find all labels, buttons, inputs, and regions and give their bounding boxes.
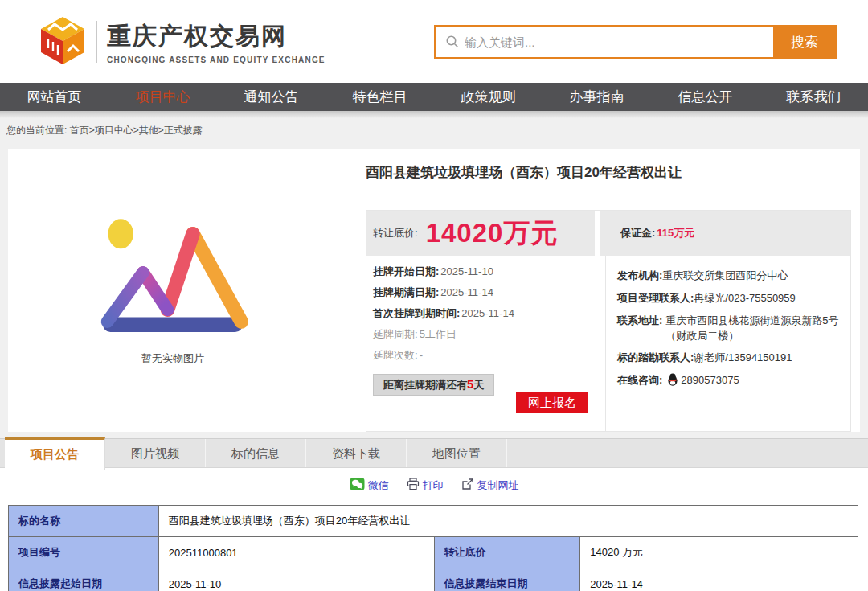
tab-downloads[interactable]: 资料下载 — [306, 439, 407, 467]
table-header-disclosure-start: 信息披露起始日期 — [9, 568, 159, 591]
field-extension-times: 延牌次数:- — [373, 348, 605, 363]
table-header-subject-name: 标的名称 — [9, 506, 159, 537]
share-row: 微信 打印 — [0, 477, 868, 494]
qq-icon[interactable] — [667, 373, 678, 391]
nav-item-guide[interactable]: 办事指南 — [542, 83, 651, 111]
logo-divider — [96, 21, 97, 63]
table-header-base-price: 转让底价 — [434, 537, 580, 568]
nav-item-disclosure[interactable]: 信息公开 — [651, 83, 760, 111]
site-subtitle: CHONGQING ASSETS AND EQUITY EXCHANGE — [107, 55, 326, 64]
nav-item-home[interactable]: 网站首页 — [0, 83, 108, 111]
online-apply-button[interactable]: 网上报名 — [516, 392, 588, 413]
qq-number[interactable]: 2890573075 — [681, 374, 739, 386]
printer-icon — [407, 478, 420, 493]
search-button[interactable]: 搜索 — [773, 27, 836, 57]
page: 重庆产权交易网 CHONGQING ASSETS AND EQUITY EXCH… — [0, 0, 868, 591]
field-listing-start: 挂牌开始日期:2025-11-10 — [373, 265, 605, 279]
breadcrumb[interactable]: 您的当前位置: 首页>项目中心>其他>正式披露 — [0, 118, 868, 137]
field-extension-cycle: 延牌周期:5工作日 — [373, 327, 605, 342]
project-title: 酉阳县建筑垃圾填埋场（酉东）项目20年经营权出让 — [366, 163, 682, 182]
content-area: 您的当前位置: 首页>项目中心>其他>正式披露 — [0, 118, 868, 591]
price-label: 转让底价: — [373, 226, 418, 240]
main-nav: 网站首页 项目中心 通知公告 特色栏目 政策规则 办事指南 信息公开 联系我们 — [0, 83, 868, 111]
mountain-placeholder-icon — [68, 330, 277, 344]
table-value-disclosure-start: 2025-11-10 — [158, 568, 434, 591]
placeholder-image: 暂无实物图片 — [56, 211, 289, 366]
search-box: 搜索 — [434, 25, 837, 59]
countdown-badge: 距离挂牌期满还有5天 — [373, 374, 494, 396]
field-listing-end: 挂牌期满日期:2025-11-14 — [373, 285, 605, 300]
deposit-label: 保证金: — [620, 226, 655, 240]
table-header-disclosure-end: 信息披露结束日期 — [434, 568, 580, 591]
nav-item-featured[interactable]: 特色栏目 — [326, 83, 434, 111]
table-value-disclosure-end: 2025-11-14 — [580, 568, 858, 591]
placeholder-caption: 暂无实物图片 — [56, 351, 289, 366]
share-copy-url[interactable]: 复制网址 — [461, 478, 519, 493]
contact-info-column: 发布机构:重庆联交所集团酉阳分中心 项目受理联系人:冉绿光/023-755509… — [605, 256, 850, 431]
nav-item-contact[interactable]: 联系我们 — [760, 83, 868, 111]
logo: 重庆产权交易网 CHONGQING ASSETS AND EQUITY EXCH… — [37, 14, 326, 69]
table-value-base-price: 14020 万元 — [580, 537, 858, 568]
search-input[interactable] — [465, 35, 773, 49]
contact-address: 联系地址:重庆市酉阳县桃花源街道源泉新路5号（财政局二楼） — [617, 314, 839, 344]
project-detail-box: 转让底价: 14020万元 保证金: 115万元 挂牌开始日期:2025-11-… — [366, 210, 851, 432]
table-row: 项目编号 202511000801 转让底价 14020 万元 — [9, 537, 858, 568]
deposit-value: 115万元 — [657, 226, 694, 240]
tab-project-announcement[interactable]: 项目公告 — [5, 437, 105, 470]
logo-mark-icon — [37, 14, 88, 69]
project-summary-panel: 暂无实物图片 酉阳县建筑垃圾填埋场（酉东）项目20年经营权出让 转让底价: 14… — [8, 149, 860, 432]
copy-link-icon — [461, 478, 474, 493]
site-header: 重庆产权交易网 CHONGQING ASSETS AND EQUITY EXCH… — [0, 0, 868, 83]
price-bar: 转让底价: 14020万元 保证金: 115万元 — [366, 211, 850, 256]
table-header-project-number: 项目编号 — [9, 537, 159, 568]
table-value-subject-name: 酉阳县建筑垃圾填埋场（酉东）项目20年经营权出让 — [158, 506, 858, 537]
field-first-expiry: 首次挂牌到期时间:2025-11-14 — [373, 306, 605, 321]
search-icon — [436, 35, 465, 49]
contact-survey: 标的踏勘联系人:谢老师/13594150191 — [617, 351, 839, 366]
nav-item-policies[interactable]: 政策规则 — [434, 83, 542, 111]
info-table: 标的名称 酉阳县建筑垃圾填埋场（酉东）项目20年经营权出让 项目编号 20251… — [8, 505, 858, 591]
share-print[interactable]: 打印 — [407, 478, 444, 493]
table-value-project-number: 202511000801 — [158, 537, 434, 568]
tab-map-location[interactable]: 地图位置 — [407, 439, 507, 467]
nav-item-project-center[interactable]: 项目中心 — [108, 83, 217, 111]
table-row: 信息披露起始日期 2025-11-10 信息披露结束日期 2025-11-14 — [9, 568, 858, 591]
wechat-icon — [350, 477, 365, 494]
nav-shadow — [0, 111, 868, 118]
tab-strip: 项目公告 图片视频 标的信息 资料下载 地图位置 — [0, 438, 868, 468]
site-title: 重庆产权交易网 — [107, 20, 326, 53]
nav-item-notices[interactable]: 通知公告 — [217, 83, 326, 111]
table-row: 标的名称 酉阳县建筑垃圾填埋场（酉东）项目20年经营权出让 — [9, 506, 858, 537]
share-wechat[interactable]: 微信 — [350, 477, 389, 494]
contact-online: 在线咨询:2890573075 — [617, 373, 839, 391]
tab-photos-videos[interactable]: 图片视频 — [105, 439, 206, 467]
listing-dates-column: 挂牌开始日期:2025-11-10 挂牌期满日期:2025-11-14 首次挂牌… — [366, 256, 605, 431]
contact-publisher: 发布机构:重庆联交所集团酉阳分中心 — [617, 269, 839, 284]
contact-acceptor: 项目受理联系人:冉绿光/023-75550959 — [617, 291, 839, 306]
price-value: 14020万元 — [426, 215, 559, 252]
tab-subject-info[interactable]: 标的信息 — [206, 439, 306, 467]
